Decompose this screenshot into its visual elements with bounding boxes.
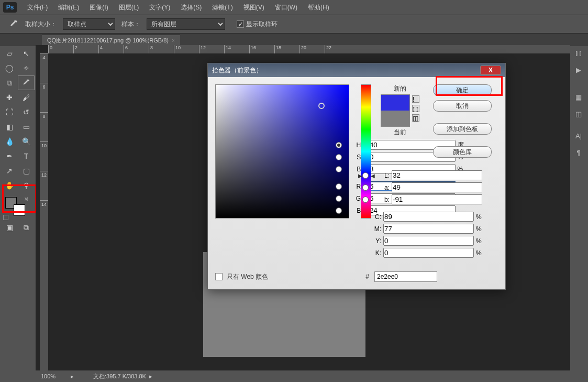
ok-button[interactable]: 确定 xyxy=(433,84,492,96)
radio-h[interactable] xyxy=(336,142,342,148)
web-only-checkbox[interactable]: ✓ xyxy=(215,273,223,280)
cancel-button[interactable]: 取消 xyxy=(433,100,492,112)
menu-bar: Ps 文件(F) 编辑(E) 图像(I) 图层(L) 文字(Y) 选择(S) 滤… xyxy=(0,0,588,15)
crop-tool-icon[interactable]: ⧉ xyxy=(2,76,17,90)
cube-icon[interactable]: ⬚ xyxy=(412,105,419,112)
eraser-tool-icon[interactable]: ◧ xyxy=(2,120,17,134)
history-brush-tool-icon[interactable]: ↺ xyxy=(18,105,34,119)
dialog-titlebar[interactable]: 拾色器（前景色） X xyxy=(208,63,505,77)
current-color-swatch[interactable] xyxy=(381,111,409,126)
web-safe-icon[interactable]: ◫ xyxy=(412,114,419,122)
doc-size-info: 文档:395.7 K/383.8K xyxy=(77,373,146,380)
lasso-tool-icon[interactable]: ◯ xyxy=(2,61,17,75)
panel-tab-histogram-icon[interactable]: ⫿⫿ xyxy=(571,45,586,61)
menu-select[interactable]: 选择(S) xyxy=(176,1,206,14)
radio-r[interactable] xyxy=(336,183,342,190)
panel-tab-play-icon[interactable]: ▶ xyxy=(571,62,586,78)
new-color-label: 新的 xyxy=(394,84,406,93)
gamut-warning-icon[interactable]: ! xyxy=(412,95,419,103)
shape-tool-icon[interactable]: ▢ xyxy=(18,164,34,178)
quickmask-tool-icon[interactable]: ▣ xyxy=(2,221,17,234)
field-c[interactable] xyxy=(383,212,474,222)
menu-help[interactable]: 帮助(H) xyxy=(304,1,334,14)
color-swatches: ⤭ xyxy=(3,196,32,220)
field-l[interactable] xyxy=(392,170,482,180)
toolbox: ▱ ↖ ◯ ✧ ⧉ ✚ 🖌 ⛶ ↺ ◧ ▭ 💧 🔍 ✒ T ↗ ▢ ✋ ⚲ ⤭ … xyxy=(1,46,36,235)
radio-b[interactable] xyxy=(336,166,342,172)
field-a[interactable] xyxy=(392,182,482,192)
panel-tab-color-icon[interactable]: ▦ xyxy=(571,89,586,105)
menu-filter[interactable]: 滤镜(T) xyxy=(208,1,237,14)
dodge-tool-icon[interactable]: 🔍 xyxy=(18,135,34,148)
menu-view[interactable]: 视图(V) xyxy=(239,1,269,14)
close-tab-icon[interactable]: × xyxy=(172,38,175,43)
gradient-tool-icon[interactable]: ▭ xyxy=(18,120,34,134)
document-tab-bar: QQ图片20181122100617.png @ 100%(RGB/8) × xyxy=(0,34,588,46)
stamp-tool-icon[interactable]: ⛶ xyxy=(2,105,17,119)
radio-b2[interactable] xyxy=(336,208,342,214)
blur-tool-icon[interactable]: 💧 xyxy=(2,135,17,148)
color-field[interactable] xyxy=(215,84,349,219)
brush-tool-icon[interactable]: 🖌 xyxy=(18,91,34,104)
sample-target-select[interactable]: 所有图层 xyxy=(147,18,225,30)
type-tool-icon[interactable]: T xyxy=(18,149,34,163)
color-library-button[interactable]: 颜色库 xyxy=(433,146,492,158)
eyedropper-tool-icon[interactable] xyxy=(18,76,34,90)
menu-layer[interactable]: 图层(L) xyxy=(115,1,143,14)
color-cursor-icon xyxy=(318,103,325,109)
ruler-vertical: 468101214 xyxy=(40,53,48,370)
panel-tab-paragraph-icon[interactable]: ¶ xyxy=(571,145,586,160)
zoom-tool-icon[interactable]: ⚲ xyxy=(18,179,34,192)
status-chevron-icon[interactable]: ▸ xyxy=(67,373,77,380)
marquee-tool-icon[interactable]: ↖ xyxy=(18,47,34,60)
add-swatch-button[interactable]: 添加到色板 xyxy=(433,123,492,135)
sample-size-select[interactable]: 取样点 xyxy=(63,18,115,30)
hand-tool-icon[interactable]: ✋ xyxy=(2,179,17,192)
healing-brush-tool-icon[interactable]: ✚ xyxy=(2,91,17,104)
right-panel-tabs: ⫿⫿ ▶ ▦ ◫ A| ¶ xyxy=(571,45,587,161)
hex-prefix: # xyxy=(365,273,369,280)
show-ring-label: 显示取样环 xyxy=(246,20,278,29)
pen-tool-icon[interactable]: ✒ xyxy=(2,149,17,163)
screenmode-tool-icon[interactable]: ⧉ xyxy=(18,221,34,234)
dialog-title-text: 拾色器（前景色） xyxy=(212,66,262,75)
radio-g[interactable] xyxy=(336,195,342,202)
menu-edit[interactable]: 编辑(E) xyxy=(54,1,83,14)
field-m[interactable] xyxy=(383,224,474,234)
field-k[interactable] xyxy=(383,248,474,258)
radio-a[interactable] xyxy=(362,184,369,191)
panel-tab-swatches-icon[interactable]: ◫ xyxy=(571,106,586,122)
sample-size-label: 取样大小： xyxy=(25,20,57,29)
app-logo: Ps xyxy=(3,2,17,13)
show-ring-checkbox[interactable]: ✓ xyxy=(237,20,244,28)
web-only-label: 只有 Web 颜色 xyxy=(227,272,268,281)
menu-file[interactable]: 文件(F) xyxy=(23,1,52,14)
menu-type[interactable]: 文字(Y) xyxy=(145,1,174,14)
color-picker-dialog: 拾色器（前景色） X ▶◀ 新的 ! ⬚ ◫ xyxy=(207,63,506,290)
field-y[interactable] xyxy=(383,236,474,246)
status-chevron-icon-2[interactable]: ▸ xyxy=(149,373,152,380)
zoom-level[interactable]: 100% xyxy=(36,373,67,379)
background-swatch[interactable] xyxy=(14,204,25,216)
menu-window[interactable]: 窗口(W) xyxy=(271,1,302,14)
sample-label: 样本： xyxy=(121,20,140,29)
dialog-close-button[interactable]: X xyxy=(480,66,501,75)
path-select-tool-icon[interactable]: ↗ xyxy=(2,164,17,178)
panel-tab-character-icon[interactable]: A| xyxy=(571,128,586,144)
move-tool-icon[interactable]: ▱ xyxy=(2,47,17,60)
ruler-horizontal: 0246810121416182022 xyxy=(48,45,570,53)
radio-l[interactable] xyxy=(362,172,369,179)
status-bar: 100% ▸ 文档:395.7 K/383.8K ▸ xyxy=(36,370,570,382)
new-color-swatch xyxy=(381,95,409,111)
eyedropper-tool-icon xyxy=(8,19,19,29)
field-b-lab[interactable] xyxy=(392,194,482,204)
magic-wand-tool-icon[interactable]: ✧ xyxy=(18,61,34,75)
document-tab[interactable]: QQ图片20181122100617.png @ 100%(RGB/8) × xyxy=(42,35,180,46)
default-colors-icon[interactable] xyxy=(3,215,8,220)
hex-field[interactable] xyxy=(374,271,437,282)
color-preview xyxy=(381,94,410,127)
radio-b-lab[interactable] xyxy=(362,197,369,203)
radio-s[interactable] xyxy=(336,154,342,160)
swap-colors-icon[interactable]: ⤭ xyxy=(24,196,28,202)
menu-image[interactable]: 图像(I) xyxy=(85,1,112,14)
